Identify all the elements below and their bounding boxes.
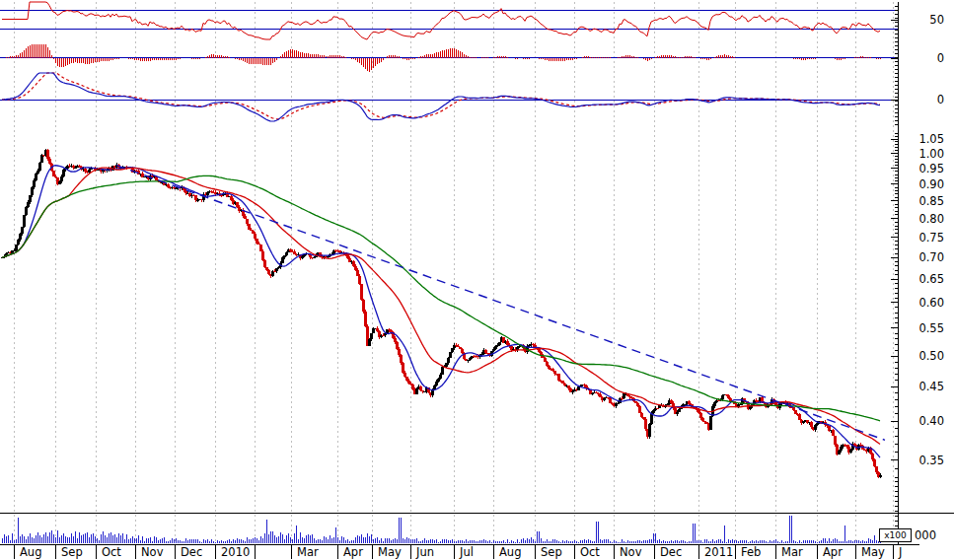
macd-histogram-bar: [803, 58, 804, 60]
candle-body: [465, 359, 467, 361]
volume-bar: [284, 539, 285, 543]
macd-histogram-bar: [335, 55, 336, 58]
candle-body: [674, 408, 676, 414]
candle-body: [761, 397, 763, 401]
candle-body: [86, 172, 88, 173]
volume-bar: [535, 541, 536, 543]
volume-bar: [34, 538, 35, 543]
macd-histogram-bar: [140, 58, 141, 61]
volume-bar: [306, 535, 307, 543]
volume-bar: [598, 522, 599, 543]
volume-bar: [148, 538, 149, 543]
volume-bar: [296, 525, 297, 543]
volume-bar: [785, 541, 786, 543]
candle-body: [60, 176, 62, 182]
candle-body: [705, 422, 707, 424]
macd-histogram-bar: [702, 58, 703, 59]
month-label: Feb: [741, 545, 761, 559]
volume-bar: [442, 539, 443, 543]
volume-bar: [85, 533, 86, 543]
macd-histogram-bar: [395, 55, 396, 57]
candle-body: [630, 397, 632, 398]
histogram-axis-label: 0: [937, 51, 944, 65]
macd-histogram-bar: [59, 58, 60, 68]
volume-bar: [347, 539, 348, 543]
volume-bar: [576, 541, 577, 543]
macd-histogram-bar: [377, 58, 378, 65]
volume-bar: [629, 541, 630, 543]
volume-bar: [331, 538, 332, 543]
volume-bar: [669, 541, 670, 543]
candle-body: [378, 331, 380, 337]
macd-histogram-bar: [635, 57, 636, 58]
volume-bar: [211, 539, 212, 543]
volume-bar: [187, 540, 188, 543]
candle-body: [836, 445, 838, 454]
candle-body: [44, 150, 46, 156]
macd-histogram-bar: [328, 56, 329, 58]
price-axis-label: 0.55: [918, 321, 944, 335]
macd-histogram-bar: [174, 58, 175, 60]
volume-bar: [146, 538, 147, 543]
volume-bar: [55, 537, 56, 543]
candle-body: [656, 408, 658, 409]
candle-body: [581, 385, 583, 385]
volume-bar: [345, 540, 346, 543]
volume-bar: [270, 531, 271, 543]
macd-histogram-bar: [296, 50, 297, 57]
macd-histogram-bar: [391, 55, 392, 58]
candle-body: [457, 346, 459, 347]
candle-body: [502, 337, 504, 343]
macd-histogram-bar: [874, 58, 875, 59]
volume-bar: [620, 542, 621, 543]
volume-bar: [381, 538, 382, 543]
volume-bar: [367, 533, 368, 543]
macd-histogram-bar: [180, 58, 181, 59]
volume-bar: [138, 535, 139, 543]
macd-histogram-bar: [282, 54, 283, 57]
volume-bar: [97, 538, 98, 543]
volume-bar: [483, 539, 484, 543]
volume-bar: [539, 531, 540, 543]
macd-histogram-bar: [862, 56, 863, 57]
volume-bar: [144, 541, 145, 543]
candle-body: [492, 349, 494, 352]
volume-bar: [83, 534, 84, 543]
volume-bar: [268, 534, 269, 543]
volume-bar: [681, 540, 682, 543]
candle-body: [404, 373, 405, 377]
candle-body: [366, 326, 368, 345]
macd-histogram-bar: [663, 55, 664, 57]
candle-body: [571, 391, 573, 392]
macd-histogram-bar: [523, 58, 524, 59]
macd-histogram-bar: [278, 58, 279, 59]
candle-body: [486, 353, 488, 354]
volume-bar: [641, 541, 642, 543]
macd-histogram-bar: [728, 55, 729, 57]
candle-body: [409, 384, 411, 385]
candle-body: [25, 207, 27, 215]
candle-body: [248, 224, 250, 230]
volume-bar: [649, 539, 650, 543]
volume-bar: [606, 539, 607, 543]
macd-histogram-bar: [355, 58, 356, 61]
macd-histogram-bar: [110, 58, 111, 61]
macd-histogram-bar: [87, 58, 88, 64]
volume-bar: [697, 540, 697, 543]
volume-bar: [770, 540, 771, 543]
macd-histogram-bar: [416, 58, 417, 59]
volume-bar: [416, 538, 417, 543]
volume-bar: [446, 539, 447, 543]
macd-histogram-bar: [57, 58, 58, 66]
volume-bar: [59, 537, 60, 543]
candle-body: [654, 408, 656, 410]
volume-bar: [298, 539, 299, 543]
right-axis: [891, 2, 899, 544]
macd-histogram-bar: [408, 58, 409, 60]
month-label: Nov: [141, 545, 164, 559]
volume-bar: [547, 539, 548, 543]
volume-bar: [337, 537, 338, 543]
volume-bar: [748, 542, 749, 543]
macd-histogram-bar: [833, 58, 834, 59]
candle-body: [595, 392, 597, 393]
